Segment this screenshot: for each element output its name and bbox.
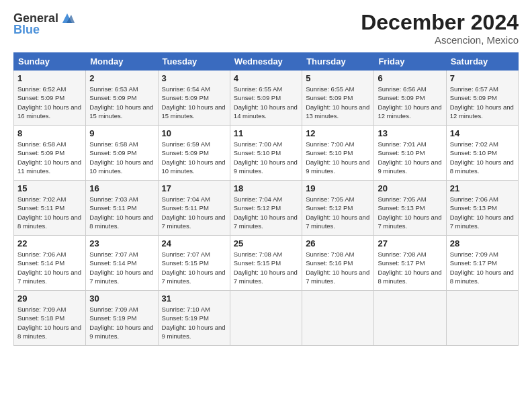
header-friday: Friday [374,53,446,71]
header-thursday: Thursday [302,53,374,71]
day-info: Sunrise: 7:06 AM Sunset: 5:13 PM Dayligh… [450,195,515,230]
table-row: 14 Sunrise: 7:02 AM Sunset: 5:10 PM Dayl… [446,126,518,181]
table-row: 26 Sunrise: 7:08 AM Sunset: 5:16 PM Dayl… [302,236,374,291]
day-number: 15 [17,183,82,193]
day-info: Sunrise: 6:58 AM Sunset: 5:09 PM Dayligh… [89,140,154,175]
table-row: 18 Sunrise: 7:04 AM Sunset: 5:12 PM Dayl… [230,181,302,236]
day-number: 24 [162,238,226,248]
day-number: 28 [450,238,515,248]
header-wednesday: Wednesday [230,53,302,71]
day-info: Sunrise: 7:04 AM Sunset: 5:12 PM Dayligh… [234,195,298,230]
day-info: Sunrise: 6:55 AM Sunset: 5:09 PM Dayligh… [306,85,370,120]
table-row: 21 Sunrise: 7:06 AM Sunset: 5:13 PM Dayl… [446,181,518,236]
day-info: Sunrise: 6:53 AM Sunset: 5:09 PM Dayligh… [89,85,154,120]
table-row [446,291,518,346]
calendar-week-3: 15 Sunrise: 7:02 AM Sunset: 5:11 PM Dayl… [14,181,519,236]
day-number: 13 [378,128,442,138]
header-saturday: Saturday [446,53,518,71]
day-number: 3 [162,73,226,83]
day-number: 30 [89,293,154,304]
table-row: 25 Sunrise: 7:08 AM Sunset: 5:15 PM Dayl… [230,236,302,291]
day-number: 12 [306,128,370,138]
header: General Blue December 2024 Ascencion, Me… [13,11,519,46]
table-row: 24 Sunrise: 7:07 AM Sunset: 5:15 PM Dayl… [158,236,230,291]
day-number: 21 [450,183,515,193]
day-info: Sunrise: 7:09 AM Sunset: 5:18 PM Dayligh… [17,305,82,340]
day-info: Sunrise: 7:08 AM Sunset: 5:16 PM Dayligh… [306,250,370,285]
day-number: 31 [162,293,226,304]
header-monday: Monday [86,53,158,71]
month-title: December 2024 [361,11,519,34]
calendar-week-1: 1 Sunrise: 6:52 AM Sunset: 5:09 PM Dayli… [14,71,519,126]
day-info: Sunrise: 7:10 AM Sunset: 5:19 PM Dayligh… [162,305,226,340]
table-row [230,291,302,346]
table-row: 28 Sunrise: 7:09 AM Sunset: 5:17 PM Dayl… [446,236,518,291]
calendar-week-4: 22 Sunrise: 7:06 AM Sunset: 5:14 PM Dayl… [14,236,519,291]
table-row: 30 Sunrise: 7:09 AM Sunset: 5:19 PM Dayl… [86,291,158,346]
day-number: 22 [17,238,82,248]
table-row: 27 Sunrise: 7:08 AM Sunset: 5:17 PM Dayl… [374,236,446,291]
weekday-header-row: Sunday Monday Tuesday Wednesday Thursday… [14,53,519,71]
day-info: Sunrise: 7:09 AM Sunset: 5:17 PM Dayligh… [450,250,515,285]
day-info: Sunrise: 7:05 AM Sunset: 5:13 PM Dayligh… [378,195,442,230]
day-info: Sunrise: 7:01 AM Sunset: 5:10 PM Dayligh… [378,140,442,175]
day-info: Sunrise: 7:09 AM Sunset: 5:19 PM Dayligh… [89,305,154,340]
day-info: Sunrise: 7:03 AM Sunset: 5:11 PM Dayligh… [89,195,154,230]
day-info: Sunrise: 7:04 AM Sunset: 5:11 PM Dayligh… [162,195,226,230]
day-info: Sunrise: 7:05 AM Sunset: 5:12 PM Dayligh… [306,195,370,230]
header-sunday: Sunday [14,53,86,71]
day-number: 1 [17,73,82,83]
day-info: Sunrise: 7:00 AM Sunset: 5:10 PM Dayligh… [234,140,298,175]
table-row: 9 Sunrise: 6:58 AM Sunset: 5:09 PM Dayli… [86,126,158,181]
day-info: Sunrise: 7:07 AM Sunset: 5:15 PM Dayligh… [162,250,226,285]
day-number: 6 [378,73,442,83]
day-number: 18 [234,183,298,193]
table-row: 12 Sunrise: 7:00 AM Sunset: 5:10 PM Dayl… [302,126,374,181]
day-info: Sunrise: 7:08 AM Sunset: 5:17 PM Dayligh… [378,250,442,285]
day-info: Sunrise: 7:07 AM Sunset: 5:14 PM Dayligh… [89,250,154,285]
calendar-table: Sunday Monday Tuesday Wednesday Thursday… [13,52,519,346]
day-number: 19 [306,183,370,193]
logo-blue: Blue [13,23,40,37]
day-number: 11 [234,128,298,138]
table-row: 5 Sunrise: 6:55 AM Sunset: 5:09 PM Dayli… [302,71,374,126]
day-info: Sunrise: 7:02 AM Sunset: 5:11 PM Dayligh… [17,195,82,230]
table-row: 31 Sunrise: 7:10 AM Sunset: 5:19 PM Dayl… [158,291,230,346]
day-info: Sunrise: 7:08 AM Sunset: 5:15 PM Dayligh… [234,250,298,285]
day-number: 25 [234,238,298,248]
title-block: December 2024 Ascencion, Mexico [361,11,519,46]
table-row: 3 Sunrise: 6:54 AM Sunset: 5:09 PM Dayli… [158,71,230,126]
day-number: 23 [89,238,154,248]
day-info: Sunrise: 6:52 AM Sunset: 5:09 PM Dayligh… [17,85,82,120]
table-row: 8 Sunrise: 6:58 AM Sunset: 5:09 PM Dayli… [14,126,86,181]
day-number: 26 [306,238,370,248]
day-number: 27 [378,238,442,248]
table-row: 7 Sunrise: 6:57 AM Sunset: 5:09 PM Dayli… [446,71,518,126]
day-number: 8 [17,128,82,138]
day-info: Sunrise: 6:59 AM Sunset: 5:09 PM Dayligh… [162,140,226,175]
day-number: 4 [234,73,298,83]
day-number: 5 [306,73,370,83]
table-row: 4 Sunrise: 6:55 AM Sunset: 5:09 PM Dayli… [230,71,302,126]
day-info: Sunrise: 7:00 AM Sunset: 5:10 PM Dayligh… [306,140,370,175]
calendar-week-5: 29 Sunrise: 7:09 AM Sunset: 5:18 PM Dayl… [14,291,519,346]
table-row: 17 Sunrise: 7:04 AM Sunset: 5:11 PM Dayl… [158,181,230,236]
table-row: 15 Sunrise: 7:02 AM Sunset: 5:11 PM Dayl… [14,181,86,236]
table-row: 13 Sunrise: 7:01 AM Sunset: 5:10 PM Dayl… [374,126,446,181]
calendar-week-2: 8 Sunrise: 6:58 AM Sunset: 5:09 PM Dayli… [14,126,519,181]
table-row [302,291,374,346]
day-number: 17 [162,183,226,193]
table-row: 23 Sunrise: 7:07 AM Sunset: 5:14 PM Dayl… [86,236,158,291]
table-row: 11 Sunrise: 7:00 AM Sunset: 5:10 PM Dayl… [230,126,302,181]
table-row: 20 Sunrise: 7:05 AM Sunset: 5:13 PM Dayl… [374,181,446,236]
logo-icon [60,11,75,26]
table-row: 1 Sunrise: 6:52 AM Sunset: 5:09 PM Dayli… [14,71,86,126]
day-info: Sunrise: 6:57 AM Sunset: 5:09 PM Dayligh… [450,85,515,120]
day-number: 2 [89,73,154,83]
day-number: 14 [450,128,515,138]
table-row: 16 Sunrise: 7:03 AM Sunset: 5:11 PM Dayl… [86,181,158,236]
day-info: Sunrise: 6:58 AM Sunset: 5:09 PM Dayligh… [17,140,82,175]
table-row: 29 Sunrise: 7:09 AM Sunset: 5:18 PM Dayl… [14,291,86,346]
day-number: 20 [378,183,442,193]
header-tuesday: Tuesday [158,53,230,71]
